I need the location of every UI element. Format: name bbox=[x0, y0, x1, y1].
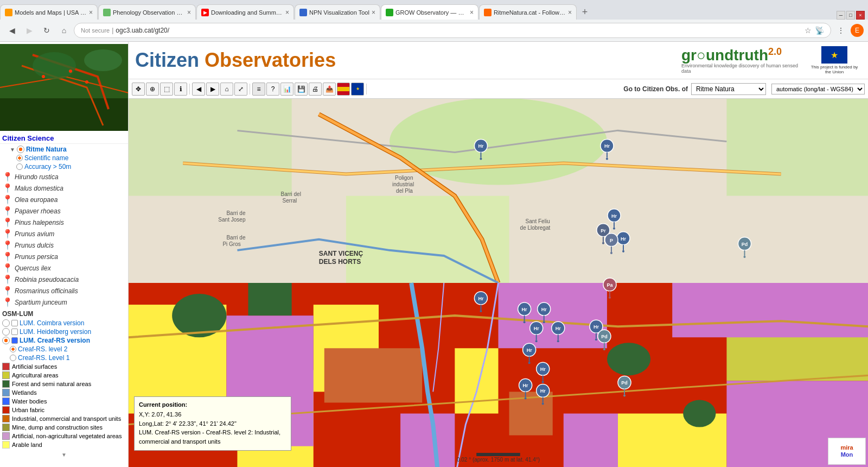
minimize-button[interactable]: ─ bbox=[837, 11, 845, 20]
address-box[interactable]: Not secure | ogc3.uab.cat/gt20/ ☆ 📡 bbox=[74, 23, 831, 38]
tab-1[interactable]: Models and Maps | USA Nati... × bbox=[0, 4, 98, 20]
legend-industrial: Industrial, commercial and transport uni… bbox=[0, 414, 128, 423]
accuracy-item[interactable]: Accuracy > 50m bbox=[14, 162, 128, 171]
tab-4[interactable]: NPN Visualization Tool × bbox=[295, 4, 380, 20]
tool-share[interactable]: 📤 bbox=[323, 83, 336, 96]
olea-item[interactable]: 📍 Olea europaea bbox=[0, 194, 128, 205]
svg-text:Poligon: Poligon bbox=[395, 175, 413, 181]
scientific-name-radio[interactable] bbox=[16, 155, 23, 161]
tab-2[interactable]: Phenology Observation Port... × bbox=[98, 4, 196, 20]
forward-button[interactable]: ▶ bbox=[22, 23, 37, 38]
ritme-natura-toggle[interactable]: ▼ Ritme Natura bbox=[8, 144, 128, 154]
tool-save[interactable]: 💾 bbox=[295, 83, 308, 96]
prunus-avium-item[interactable]: 📍 Prunus avium bbox=[0, 228, 128, 239]
svg-text:Barri de: Barri de bbox=[226, 210, 245, 216]
tool-query[interactable]: ? bbox=[266, 83, 279, 96]
tool-home[interactable]: ⌂ bbox=[220, 83, 233, 96]
tab-6[interactable]: RitmeNatura.cat - Follow the... × bbox=[479, 4, 577, 20]
robinia-item[interactable]: 📍 Robinia pseudoacacia bbox=[0, 274, 128, 285]
svg-point-104 bbox=[623, 394, 626, 396]
papaver-item[interactable]: 📍 Papaver rhoeas bbox=[0, 205, 128, 217]
lum-coimbra-radio[interactable] bbox=[2, 319, 10, 327]
accuracy-radio[interactable] bbox=[16, 163, 23, 170]
tool-chart[interactable]: 📊 bbox=[280, 83, 293, 96]
lum-heidelberg-radio[interactable] bbox=[2, 328, 10, 336]
coord-system-dropdown[interactable]: automatic (long/lat - WGS84) UTM 31N bbox=[771, 84, 865, 94]
robinia-label: Robinia pseudoacacia bbox=[15, 276, 79, 283]
tab-5[interactable]: GROW Observatory — Soil M... × bbox=[381, 4, 478, 20]
star-icon[interactable]: ☆ bbox=[805, 26, 812, 35]
scale-line bbox=[477, 453, 520, 456]
tool-info[interactable]: ℹ bbox=[174, 83, 187, 96]
prunus-dulcis-item[interactable]: 📍 Prunus dulcis bbox=[0, 239, 128, 251]
close-button[interactable]: × bbox=[856, 11, 865, 20]
scientific-name-item[interactable]: Scientific name bbox=[14, 154, 128, 162]
creafrs-level2-label: Creaf-RS. level 2 bbox=[18, 345, 67, 353]
sep1 bbox=[189, 84, 190, 94]
lum-heidelberg-check[interactable] bbox=[11, 329, 18, 335]
tool-flag-eu[interactable]: ★ bbox=[351, 83, 364, 96]
creafrs-level1-item[interactable]: Creaf-RS. Level 1 bbox=[8, 354, 128, 362]
ritme-natura-radio[interactable] bbox=[17, 146, 24, 153]
back-button[interactable]: ◀ bbox=[4, 23, 20, 38]
citizen-obs-dropdown[interactable]: Ritme Natura GROW Observatory OBServ bbox=[691, 83, 766, 95]
tool-next[interactable]: ▶ bbox=[206, 83, 219, 96]
legend-label-water: Water bodies bbox=[12, 398, 47, 405]
quercus-item[interactable]: 📍 Quercus ilex bbox=[0, 262, 128, 274]
pinus-item[interactable]: 📍 Pinus halepensis bbox=[0, 217, 128, 228]
tool-prev[interactable]: ◀ bbox=[192, 83, 205, 96]
main-layout: Citizen Science ▼ Ritme Natura Scientifi… bbox=[0, 42, 868, 467]
extensions-icon[interactable]: ⋮ bbox=[833, 23, 848, 38]
lum-coimbra-check[interactable] bbox=[11, 320, 18, 326]
tab-2-close[interactable]: × bbox=[187, 9, 191, 16]
legend-label-artificial: Artificial surfaces bbox=[12, 363, 57, 370]
svg-rect-35 bbox=[672, 283, 868, 337]
svg-point-2 bbox=[33, 52, 76, 79]
hirundo-item[interactable]: 📍 Hirundo rustica bbox=[0, 171, 128, 182]
home-button[interactable]: ⌂ bbox=[56, 23, 72, 38]
creafrs-level2-item[interactable]: Creaf-RS. level 2 bbox=[8, 345, 128, 354]
separator: | bbox=[112, 27, 113, 34]
map-svg-area[interactable]: SANT VICENÇ DELS HORTS Barri de Sant Jos… bbox=[129, 99, 868, 467]
tool-flag-es[interactable] bbox=[337, 83, 350, 96]
lum-heidelberg-item[interactable]: LUM. Heidelberg version bbox=[0, 327, 128, 336]
lum-creafrs-check[interactable] bbox=[11, 337, 18, 344]
creafrs-level1-radio[interactable] bbox=[10, 355, 16, 361]
malus-item[interactable]: 📍 Malus domestica bbox=[0, 182, 128, 194]
tab-1-close[interactable]: × bbox=[89, 9, 93, 16]
profile-icon[interactable]: E bbox=[851, 24, 864, 37]
pinus-label: Pinus halepensis bbox=[15, 219, 64, 226]
svg-point-62 bbox=[743, 256, 745, 258]
svg-text:industrial: industrial bbox=[392, 181, 414, 187]
rosmarinus-item[interactable]: 📍 Rosmarinus officinalis bbox=[0, 285, 128, 296]
tab-3-close[interactable]: × bbox=[285, 9, 289, 16]
creafrs-level2-radio[interactable] bbox=[10, 346, 16, 352]
map-preview bbox=[0, 44, 129, 131]
citizen-obs-selector: Go to Citizen Obs. of Ritme Natura GROW … bbox=[623, 83, 766, 95]
tool-layers[interactable]: ≡ bbox=[252, 83, 265, 96]
olea-label: Olea europaea bbox=[15, 196, 58, 204]
maximize-button[interactable]: □ bbox=[846, 11, 855, 20]
reload-button[interactable]: ↻ bbox=[39, 23, 54, 38]
tool-zoom-rect[interactable]: ⬚ bbox=[160, 83, 173, 96]
tool-select[interactable]: ⊕ bbox=[146, 83, 159, 96]
tool-pan[interactable]: ✥ bbox=[132, 83, 145, 96]
tab-3[interactable]: ▶ Downloading and Summariz... × bbox=[196, 4, 294, 20]
lum-coimbra-item[interactable]: LUM. Coimbra version bbox=[0, 319, 128, 327]
lum-creafrs-item[interactable]: LUM. Creaf-RS version bbox=[0, 336, 128, 345]
tool-full[interactable]: ⤢ bbox=[234, 83, 247, 96]
hirundo-label: Hirundo rustica bbox=[15, 173, 59, 181]
svg-text:Hr: Hr bbox=[478, 296, 483, 301]
tool-print[interactable]: 🖨 bbox=[309, 83, 322, 96]
svg-rect-38 bbox=[400, 414, 455, 467]
new-tab-button[interactable]: + bbox=[577, 4, 592, 20]
lum-creafrs-radio[interactable] bbox=[2, 337, 10, 344]
legend-color-forest bbox=[2, 380, 10, 388]
cast-icon[interactable]: 📡 bbox=[815, 26, 824, 35]
tab-4-close[interactable]: × bbox=[372, 9, 375, 16]
spartium-item[interactable]: 📍 Spartium junceum bbox=[0, 296, 128, 308]
prunus-persica-item[interactable]: 📍 Prunus persica bbox=[0, 251, 128, 262]
tab-5-close[interactable]: × bbox=[470, 9, 474, 16]
tab-6-close[interactable]: × bbox=[568, 9, 572, 16]
legend-label-industrial: Industrial, commercial and transport uni… bbox=[12, 415, 121, 422]
